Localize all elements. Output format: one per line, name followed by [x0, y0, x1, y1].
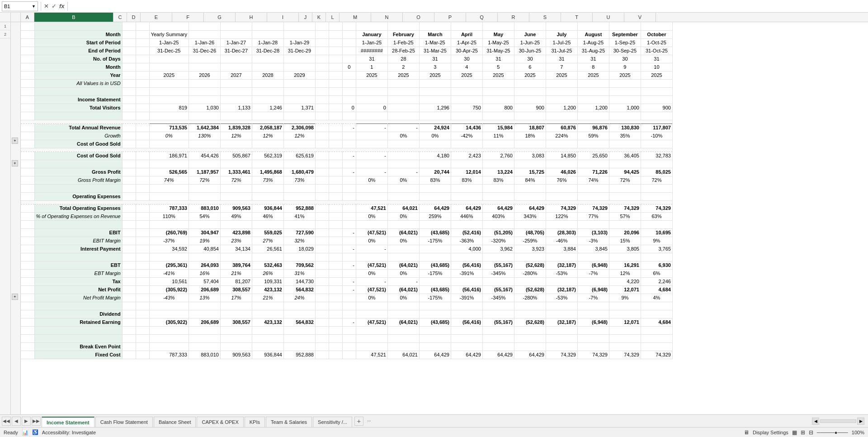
cell-H67[interactable]: 936,844	[252, 204, 283, 212]
cell-V84[interactable]	[641, 342, 672, 351]
cell-F74[interactable]: 264,093	[189, 261, 220, 269]
cell-M68[interactable]: 0%	[356, 212, 387, 220]
cell-S73[interactable]	[546, 253, 577, 261]
cell-M69[interactable]	[356, 220, 387, 228]
col-header-Q[interactable]: Q	[466, 13, 498, 22]
cell-N30[interactable]: -	[387, 124, 419, 132]
cell-L3[interactable]	[342, 38, 356, 47]
cell-O1[interactable]	[419, 22, 451, 30]
cell-E77[interactable]: (305,922)	[149, 285, 189, 294]
cell-G79[interactable]	[220, 302, 252, 310]
cell-R11[interactable]: 900	[514, 104, 546, 112]
cell-R3[interactable]: 1-Jun-25	[514, 38, 546, 47]
cell-H80[interactable]	[252, 310, 283, 318]
cell-K79[interactable]	[329, 302, 342, 310]
cell-N8[interactable]	[387, 79, 419, 87]
cell-J44[interactable]	[315, 176, 329, 184]
cell-U83[interactable]	[609, 334, 641, 342]
cell-B1[interactable]	[34, 22, 122, 30]
cell-A70[interactable]	[21, 228, 34, 237]
cell-R43[interactable]: 15,725	[514, 168, 546, 176]
cell-H10[interactable]	[252, 95, 283, 104]
cell-N77[interactable]: (64,021)	[387, 285, 419, 294]
cell-M76[interactable]: -	[356, 277, 387, 285]
cell-A41[interactable]	[21, 152, 34, 160]
sheet-tab-sensitivity-----[interactable]: Sensitivity /...	[313, 417, 352, 428]
cell-I31[interactable]: 12%	[283, 132, 315, 140]
cell-K45[interactable]	[329, 184, 342, 192]
cell-D76[interactable]	[136, 277, 149, 285]
cell-B79[interactable]	[34, 302, 122, 310]
cell-S67[interactable]: 74,329	[546, 204, 577, 212]
cell-M41[interactable]: -	[356, 152, 387, 160]
cell-D82[interactable]	[136, 326, 149, 334]
cell-E31[interactable]: 0%	[149, 132, 189, 140]
cell-H76[interactable]: 109,331	[252, 277, 283, 285]
cell-S4[interactable]: 31-Jul-25	[546, 47, 577, 55]
cell-J70[interactable]	[315, 228, 329, 237]
cell-Q45[interactable]	[482, 184, 514, 192]
cell-D45[interactable]	[136, 184, 149, 192]
cell-L31[interactable]	[342, 132, 356, 140]
cell-C30[interactable]	[122, 124, 136, 132]
cell-B68[interactable]: % of Operating Expenses on Revenue	[34, 212, 122, 220]
cell-C3[interactable]	[122, 38, 136, 47]
cell-E78[interactable]: -43%	[149, 294, 189, 302]
cell-A74[interactable]	[21, 261, 34, 269]
cell-T32[interactable]	[577, 140, 609, 148]
cell-P72[interactable]: 4,000	[451, 245, 482, 253]
cell-I70[interactable]: 727,590	[283, 228, 315, 237]
cell-D70[interactable]	[136, 228, 149, 237]
cell-B6[interactable]: Month	[34, 63, 122, 71]
cell-M8[interactable]	[356, 79, 387, 87]
cell-P5[interactable]: 30	[451, 55, 482, 63]
cell-O44[interactable]: 83%	[419, 176, 451, 184]
cell-T44[interactable]: 74%	[577, 176, 609, 184]
cell-H70[interactable]: 559,025	[252, 228, 283, 237]
cell-A73[interactable]	[21, 253, 34, 261]
zoom-level[interactable]: 100%	[852, 430, 864, 435]
cell-F81[interactable]: 206,689	[189, 318, 220, 326]
cell-D77[interactable]	[136, 285, 149, 294]
cell-D42[interactable]	[136, 160, 149, 168]
cell-M4[interactable]: ########	[356, 47, 387, 55]
cell-N68[interactable]: 0%	[387, 212, 419, 220]
cell-O7[interactable]: 2025	[419, 71, 451, 79]
cell-H73[interactable]	[252, 253, 283, 261]
cell-R80[interactable]	[514, 310, 546, 318]
cell-V73[interactable]	[641, 253, 672, 261]
cell-T42[interactable]	[577, 160, 609, 168]
cell-S31[interactable]: 224%	[546, 132, 577, 140]
cell-J74[interactable]	[315, 261, 329, 269]
cell-J79[interactable]	[315, 302, 329, 310]
cell-A30[interactable]	[21, 124, 34, 132]
cell-D2[interactable]	[136, 30, 149, 38]
cell-Q68[interactable]: 403%	[482, 212, 514, 220]
cell-E76[interactable]: 10,561	[149, 277, 189, 285]
cell-C81[interactable]	[122, 318, 136, 326]
cell-P85[interactable]: 64,429	[451, 351, 482, 359]
cell-L6[interactable]: 0	[342, 63, 356, 71]
cell-S82[interactable]	[546, 326, 577, 334]
cell-J6[interactable]	[315, 63, 329, 71]
cell-D8[interactable]	[136, 79, 149, 87]
cell-B9[interactable]	[34, 87, 122, 95]
cell-E32[interactable]	[149, 140, 189, 148]
cell-P6[interactable]: 4	[451, 63, 482, 71]
cell-O84[interactable]	[419, 342, 451, 351]
cell-S76[interactable]	[546, 277, 577, 285]
cell-H68[interactable]: 46%	[252, 212, 283, 220]
cell-K85[interactable]	[329, 351, 342, 359]
cell-N6[interactable]: 2	[387, 63, 419, 71]
cell-L69[interactable]	[342, 220, 356, 228]
cell-P84[interactable]	[451, 342, 482, 351]
cell-U1[interactable]	[609, 22, 641, 30]
cell-G11[interactable]: 1,133	[220, 104, 252, 112]
page-break-btn[interactable]: ⊟	[809, 429, 813, 436]
cell-F79[interactable]	[189, 302, 220, 310]
cell-R84[interactable]	[514, 342, 546, 351]
cell-M74[interactable]: (47,521)	[356, 261, 387, 269]
cell-I5[interactable]	[283, 55, 315, 63]
cell-H9[interactable]	[252, 87, 283, 95]
cell-N80[interactable]	[387, 310, 419, 318]
